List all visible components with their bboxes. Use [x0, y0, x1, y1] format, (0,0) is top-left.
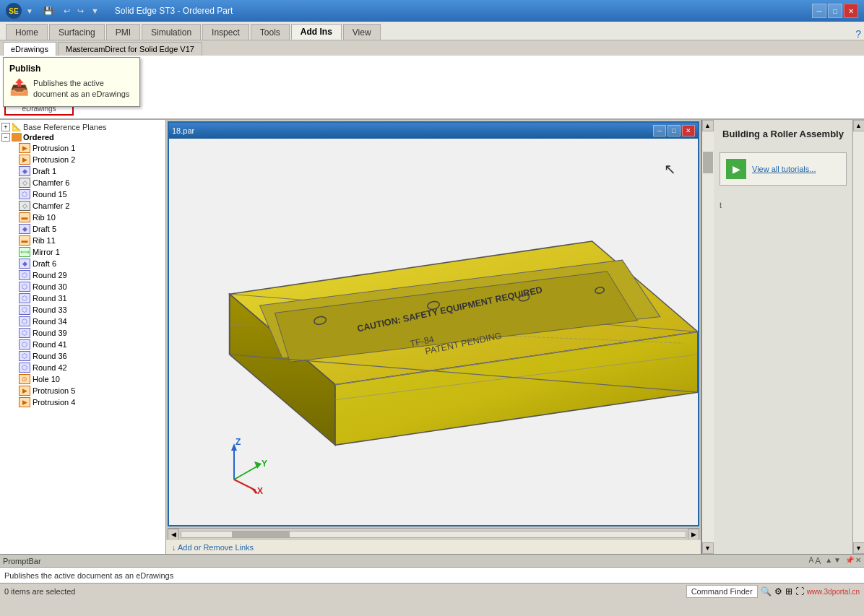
tree-item-chamfer2[interactable]: ◇ Chamfer 2	[1, 200, 164, 212]
tutorial-content: Building a Roller Assembly ▶ View all tu…	[714, 120, 852, 554]
feature-icon-round31: ⬡	[19, 293, 30, 303]
tree-item-protrusion4[interactable]: ▶ Protrusion 4	[1, 396, 164, 408]
window-title: Solid Edge ST3 - Ordered Part	[115, 6, 233, 16]
prompt-up-icon[interactable]: ▲	[825, 556, 832, 566]
tree-item-protrusion2[interactable]: ▶ Protrusion 2	[1, 154, 164, 165]
feature-label-round31: Round 31	[33, 294, 67, 303]
tree-item-round41[interactable]: ⬡ Round 41	[1, 339, 164, 350]
command-finder-label[interactable]: Command Finder	[691, 587, 753, 596]
view-all-tutorials[interactable]: ▶ View all tutorials...	[720, 152, 847, 186]
fullscreen-icon[interactable]: ⛶	[795, 586, 804, 597]
tree-item-round34[interactable]: ⬡ Round 34	[1, 316, 164, 327]
window-controls[interactable]: ─ □ ✕	[812, 4, 858, 18]
tree-item-round42[interactable]: ⬡ Round 42	[1, 362, 164, 373]
tree-item-draft1[interactable]: ◆ Draft 1	[1, 165, 164, 177]
tree-item-round29[interactable]: ⬡ Round 29	[1, 269, 164, 281]
search-icon[interactable]: 🔍	[761, 586, 772, 597]
tab-pmi[interactable]: PMI	[106, 24, 140, 40]
tab-edrawings[interactable]: eDrawings	[3, 42, 56, 56]
tree-item-draft5[interactable]: ◆ Draft 5	[1, 223, 164, 235]
minimize-button[interactable]: ─	[812, 4, 826, 18]
feature-icon-round36: ⬡	[19, 351, 30, 361]
tree-item-round39[interactable]: ⬡ Round 39	[1, 327, 164, 339]
feature-icon-protrusion4: ▶	[19, 397, 30, 407]
viewport-minimize[interactable]: ─	[653, 125, 666, 136]
v-scroll-thumb[interactable]	[703, 152, 713, 173]
links-bar[interactable]: ↓ Add or Remove Links	[166, 539, 701, 554]
v-scroll-up[interactable]: ▲	[702, 120, 714, 131]
h-scroll-right[interactable]: ▶	[688, 529, 699, 540]
tree-ordered[interactable]: − Ordered	[1, 132, 164, 142]
tab-home[interactable]: Home	[6, 24, 48, 40]
far-right-vscroll[interactable]: ▲ ▼	[852, 120, 864, 554]
command-finder-box[interactable]: Command Finder	[686, 585, 758, 598]
tree-item-mirror1[interactable]: ⟺ Mirror 1	[1, 246, 164, 258]
feature-label-draft1: Draft 1	[33, 167, 56, 175]
close-button[interactable]: ✕	[844, 4, 858, 18]
tree-item-round31[interactable]: ⬡ Round 31	[1, 292, 164, 304]
tree-item-draft6[interactable]: ◆ Draft 6	[1, 258, 164, 269]
title-bar-left: SE ▼ 💾 ↩ ↪ ▼ Solid Edge ST3 - Ordered Pa…	[6, 3, 233, 19]
viewport-close[interactable]: ✕	[682, 125, 695, 136]
h-scroll-thumb[interactable]	[232, 532, 290, 537]
tab-surfacing[interactable]: Surfacing	[49, 24, 105, 40]
feature-label-round33: Round 33	[33, 305, 67, 314]
viewport-controls: ─ □ ✕	[653, 125, 695, 136]
ribbon-help-icon[interactable]: ?	[855, 28, 861, 40]
tree-item-chamfer6[interactable]: ◇ Chamfer 6	[1, 177, 164, 188]
v-scroll-track[interactable]	[702, 131, 714, 542]
feature-label-round36: Round 36	[33, 352, 67, 360]
ordered-label: Ordered	[23, 133, 54, 142]
prompt-down-icon[interactable]: ▼	[834, 556, 841, 566]
h-scroll-left[interactable]: ◀	[168, 529, 179, 540]
expand-icon-ordered[interactable]: −	[1, 133, 10, 142]
tab-addins[interactable]: Add Ins	[291, 24, 342, 40]
tree-item-rib10[interactable]: ▬ Rib 10	[1, 212, 164, 223]
main-content-area: + 📐 Base Reference Planes − Ordered ▶ Pr…	[0, 120, 864, 554]
tab-tools[interactable]: Tools	[251, 24, 290, 40]
tree-item-round15[interactable]: ⬡ Round 15	[1, 188, 164, 200]
tab-view[interactable]: View	[343, 24, 381, 40]
prompt-font-smaller[interactable]: A	[809, 556, 814, 566]
feature-label-draft5: Draft 5	[33, 225, 56, 233]
v-scrollbar[interactable]: ▲ ▼	[702, 120, 714, 554]
tooltip-title: Publish	[9, 64, 134, 74]
tree-item-protrusion5[interactable]: ▶ Protrusion 5	[1, 385, 164, 396]
v-scroll-down[interactable]: ▼	[702, 542, 714, 554]
tree-item-round36[interactable]: ⬡ Round 36	[1, 350, 164, 362]
tree-item-protrusion1[interactable]: ▶ Protrusion 1	[1, 142, 164, 154]
far-vscroll-down[interactable]: ▼	[853, 542, 865, 554]
h-scroll-track[interactable]	[181, 531, 686, 538]
tab-simulation[interactable]: Simulation	[142, 24, 201, 40]
tab-mastercam[interactable]: MastercamDirect for Solid Edge V17	[58, 42, 202, 56]
maximize-button[interactable]: □	[828, 4, 842, 18]
settings-status-icon[interactable]: ⚙	[774, 586, 782, 597]
expand-icon-planes[interactable]: +	[1, 123, 10, 131]
view-all-label[interactable]: View all tutorials...	[752, 165, 816, 173]
tree-base-planes[interactable]: + 📐 Base Reference Planes	[1, 121, 164, 132]
viewport-3d[interactable]: ↖	[169, 139, 698, 525]
prompt-font-larger[interactable]: A	[815, 556, 821, 566]
tree-item-round33[interactable]: ⬡ Round 33	[1, 304, 164, 316]
center-area: 18.par ─ □ ✕ ↖	[166, 120, 701, 554]
feature-label-round30: Round 30	[33, 282, 67, 291]
svg-text:Y: Y	[262, 459, 267, 469]
prompt-close-icon[interactable]: ✕	[855, 556, 861, 566]
tree-item-hole10[interactable]: ⊙ Hole 10	[1, 373, 164, 385]
links-bar-label[interactable]: ↓ Add or Remove Links	[172, 543, 254, 552]
far-vscroll-up[interactable]: ▲	[853, 120, 865, 131]
part-label: t	[720, 201, 722, 209]
tooltip-publish-icon: 📤	[9, 78, 29, 97]
prompt-pin-icon[interactable]: 📌	[845, 556, 854, 566]
viewport-panel[interactable]: 18.par ─ □ ✕ ↖	[168, 121, 699, 526]
h-scrollbar[interactable]: ◀ ▶	[168, 528, 699, 539]
grid-icon[interactable]: ⊞	[785, 586, 792, 597]
tree-item-round30[interactable]: ⬡ Round 30	[1, 281, 164, 292]
far-vscroll-track[interactable]	[853, 131, 865, 542]
tree-item-rib11[interactable]: ▬ Rib 11	[1, 235, 164, 246]
command-finder-area[interactable]: Command Finder 🔍 ⚙ ⊞ ⛶ www.3dportal.cn	[686, 585, 860, 598]
viewport-filename: 18.par	[172, 126, 194, 135]
tab-inspect[interactable]: Inspect	[202, 24, 249, 40]
viewport-maximize[interactable]: □	[668, 125, 681, 136]
svg-text:X: X	[257, 486, 263, 494]
